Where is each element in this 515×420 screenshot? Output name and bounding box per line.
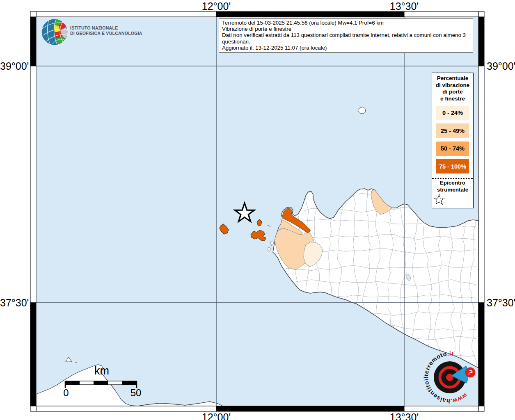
axis-label-left-top: 39°00'	[0, 60, 29, 72]
ingv-line2: DI GEOFISICA E VULCANOLOGIA	[70, 31, 142, 36]
small-islet	[76, 362, 77, 363]
scale-start-label: 0	[63, 387, 69, 399]
map-canvas: ? www.haisentitoilterremoto.it	[0, 0, 515, 420]
info-line-event: Terremoto del 15-03-2025 21:45:56 (ora l…	[222, 20, 470, 26]
scale-end-label: 50	[130, 387, 142, 399]
legend: Percentuale di vibrazione di porte e fin…	[432, 73, 474, 208]
legend-class-0: 0 - 24%	[436, 106, 469, 120]
scale-unit-label: km	[94, 365, 109, 377]
legend-class-1: 25 - 49%	[436, 123, 469, 138]
legend-divider	[432, 178, 473, 179]
axis-label-bottom-right: 13°30'	[390, 411, 419, 420]
ingv-line1: ISTITUTO NAZIONALE	[70, 25, 142, 31]
legend-class-2: 50 - 74%	[436, 142, 469, 156]
legend-epicenter-label: Epicentro strumentale	[432, 180, 473, 193]
axis-label-top-right: 13°30'	[390, 0, 419, 12]
ingv-logo-text: ISTITUTO NAZIONALE DI GEOFISICA E VULCAN…	[70, 25, 142, 36]
earthquake-info-box: Terremoto del 15-03-2025 21:45:56 (ora l…	[219, 18, 473, 53]
info-line-effect: Vibrazione di porte e finestre	[222, 26, 470, 32]
axis-label-right-bottom: 37°30'	[487, 297, 515, 309]
axis-label-left-bottom: 37°30'	[0, 297, 29, 309]
legend-star-icon	[432, 194, 446, 206]
axis-label-top-left: 12°00'	[202, 0, 231, 12]
info-line-source: Dati non verificati estratti da 113 ques…	[222, 32, 470, 44]
info-line-updated: Aggiornato il: 13-12-2025 11:07 (ora loc…	[222, 45, 470, 51]
ingv-globe-icon	[41, 19, 68, 45]
page: { "header": { "info_lines": [ "Terremoto…	[0, 0, 515, 420]
maraone-islet	[270, 226, 270, 227]
formica-islet	[268, 225, 269, 226]
legend-title: Percentuale di vibrazione di porte e fin…	[432, 75, 473, 102]
axis-label-right-top: 39°00'	[487, 60, 515, 72]
axis-label-bottom-left: 12°00'	[202, 411, 231, 420]
legend-class-3: 75 - 100%	[436, 159, 469, 173]
